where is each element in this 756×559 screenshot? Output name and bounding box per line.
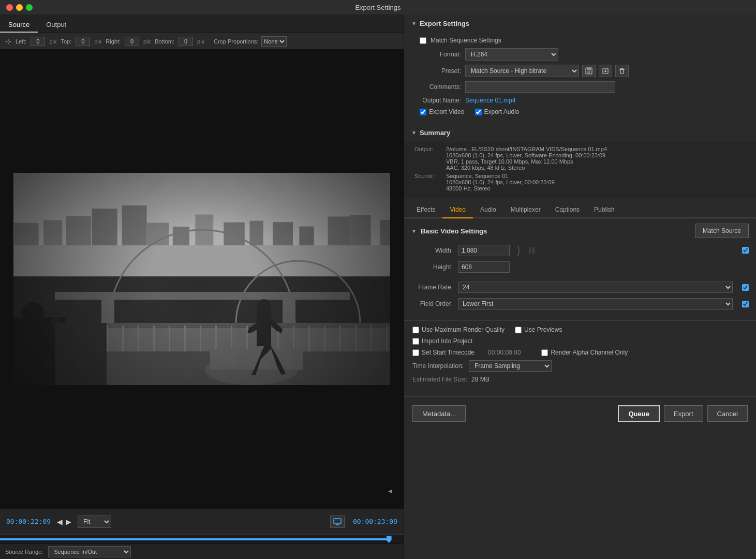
left-unit: pix — [49, 38, 56, 45]
tab-output[interactable]: Output — [38, 18, 75, 33]
queue-button[interactable]: Queue — [618, 405, 659, 422]
preset-select[interactable]: Match Source - High bitrate — [465, 65, 579, 77]
main-container: Source Output ⊹ Left: pix Top: pix Right… — [0, 14, 756, 559]
metadata-button[interactable]: Metadata... — [412, 405, 466, 422]
export-video-label[interactable]: Export Video — [420, 108, 465, 115]
bottom-input[interactable] — [179, 37, 193, 46]
export-audio-label[interactable]: Export Audio — [475, 108, 520, 115]
tab-audio[interactable]: Audio — [473, 202, 503, 218]
preview-canvas — [13, 173, 390, 385]
left-input[interactable] — [31, 37, 45, 46]
source-range-select[interactable]: Sequence In/Out — [48, 546, 131, 557]
comments-row: Comments: — [414, 81, 746, 93]
preview-area: ◀ — [0, 50, 404, 508]
format-select[interactable]: H.264 — [465, 48, 558, 61]
tab-publish[interactable]: Publish — [587, 202, 621, 218]
maximize-button[interactable] — [26, 4, 33, 11]
field-order-label: Field Order: — [411, 300, 453, 307]
field-order-select[interactable]: Lower First Upper First Progressive — [458, 298, 733, 310]
tab-video[interactable]: Video — [442, 202, 472, 218]
close-button[interactable] — [6, 4, 13, 11]
playback-controls: 00:00:22:09 ◀ ▶ Fit 25% 50% 100% 00:00:2… — [0, 508, 404, 534]
export-audio-text: Export Audio — [484, 108, 520, 115]
render-alpha-label[interactable]: Render Alpha Channel Only — [541, 349, 628, 356]
crop-proportions-label: Crop Proportions: — [214, 38, 258, 45]
set-start-timecode-text: Set Start Timecode — [422, 349, 475, 356]
export-audio-checkbox[interactable] — [475, 109, 482, 115]
crop-toolbar: ⊹ Left: pix Top: pix Right: pix Bottom: … — [0, 33, 404, 50]
height-row: Height: — [411, 261, 749, 273]
tab-effects[interactable]: Effects — [409, 202, 442, 218]
right-input[interactable] — [125, 37, 139, 46]
import-into-project-label[interactable]: Import Into Project — [412, 337, 472, 345]
export-video-checkbox[interactable] — [420, 109, 426, 115]
import-into-project-checkbox[interactable] — [412, 338, 419, 345]
delete-preset-button[interactable] — [615, 65, 629, 77]
use-previews-checkbox[interactable] — [515, 327, 522, 333]
height-input[interactable] — [458, 261, 510, 273]
match-source-button[interactable]: Match Source — [695, 224, 749, 238]
source-range-label: Source Range: — [5, 549, 43, 555]
set-start-timecode-checkbox[interactable] — [412, 349, 419, 356]
summary-output-path: /Volume...EL/SS20 shoot/INSTAGRAM VIDS/S… — [446, 146, 607, 152]
comments-label: Comments: — [414, 83, 461, 91]
bottom-divider — [404, 396, 756, 397]
frame-rate-checkbox[interactable] — [742, 284, 749, 291]
summary-source-label: Source: — [414, 173, 443, 192]
fit-select[interactable]: Fit 25% 50% 100% — [78, 516, 111, 528]
use-previews-label[interactable]: Use Previews — [515, 326, 562, 333]
width-input[interactable] — [458, 245, 510, 256]
video-settings-section: ▼ Basic Video Settings Match Source Widt… — [404, 218, 756, 320]
timeline-bar[interactable] — [0, 534, 404, 543]
save-preset-button[interactable] — [582, 65, 596, 77]
summary-header[interactable]: ▼ Summary — [404, 124, 756, 142]
export-settings-header[interactable]: ▼ Export Settings — [404, 14, 756, 33]
estimated-file-size-value: 28 MB — [471, 376, 490, 383]
step-forward-button[interactable]: ▶ — [66, 518, 71, 526]
export-button[interactable]: Export — [664, 405, 703, 422]
right-label: Right: — [106, 38, 121, 45]
save-icon — [585, 67, 592, 75]
field-order-checkbox[interactable] — [742, 301, 749, 307]
tab-captions[interactable]: Captions — [548, 202, 587, 218]
match-sequence-checkbox[interactable] — [420, 37, 426, 44]
right-panel: ▼ Export Settings Match Sequence Setting… — [404, 14, 756, 559]
width-checkbox[interactable] — [742, 247, 749, 254]
timeline-handle[interactable] — [387, 536, 392, 543]
tab-multiplexer[interactable]: Multiplexer — [503, 202, 548, 218]
output-name-value[interactable]: Sequence 01.mp4 — [465, 97, 515, 104]
output-name-label: Output Name: — [414, 97, 461, 104]
comments-input[interactable] — [465, 81, 615, 93]
use-max-render-checkbox[interactable] — [412, 327, 419, 333]
tab-source[interactable]: Source — [0, 18, 38, 33]
frame-rate-select[interactable]: 24 23.976 25 29.97 30 — [458, 282, 733, 293]
time-interpolation-select[interactable]: Frame Sampling Frame Blending Optical Fl… — [469, 360, 552, 372]
import-icon — [602, 67, 609, 75]
collapse-triangle-icon: ▼ — [411, 21, 417, 26]
timeline-progress — [0, 538, 388, 540]
use-max-render-label[interactable]: Use Maximum Render Quality — [412, 326, 505, 333]
render-alpha-checkbox[interactable] — [541, 349, 548, 356]
bottom-options: Use Maximum Render Quality Use Previews … — [404, 320, 756, 393]
estimated-file-size-label: Estimated File Size: — [412, 376, 467, 383]
top-input[interactable] — [76, 37, 90, 46]
cancel-button[interactable]: Cancel — [707, 405, 748, 422]
basic-video-settings-header: ▼ Basic Video Settings Match Source — [411, 224, 749, 238]
timecode-alpha-row: Set Start Timecode 00:00:00:00 Render Al… — [412, 349, 748, 356]
svg-rect-8 — [620, 69, 624, 73]
import-preset-button[interactable] — [599, 65, 612, 77]
minimize-button[interactable] — [16, 4, 23, 11]
render-alpha-text: Render Alpha Channel Only — [551, 349, 628, 356]
crop-proportions-select[interactable]: None — [261, 36, 287, 47]
right-unit: pix — [143, 38, 151, 45]
export-frame-button[interactable] — [330, 516, 345, 528]
window-controls[interactable] — [6, 4, 33, 11]
use-previews-text: Use Previews — [524, 326, 562, 333]
crop-proportion-container: Crop Proportions: None — [214, 36, 287, 47]
step-back-button[interactable]: ◀ — [57, 518, 63, 526]
preset-row: Preset: Match Source - High bitrate — [414, 65, 746, 77]
set-start-timecode-label[interactable]: Set Start Timecode — [412, 349, 475, 356]
titlebar: Export Settings — [0, 0, 756, 14]
settings-tabs: Effects Video Audio Multiplexer Captions… — [404, 202, 756, 218]
render-quality-row: Use Maximum Render Quality Use Previews — [412, 326, 748, 333]
